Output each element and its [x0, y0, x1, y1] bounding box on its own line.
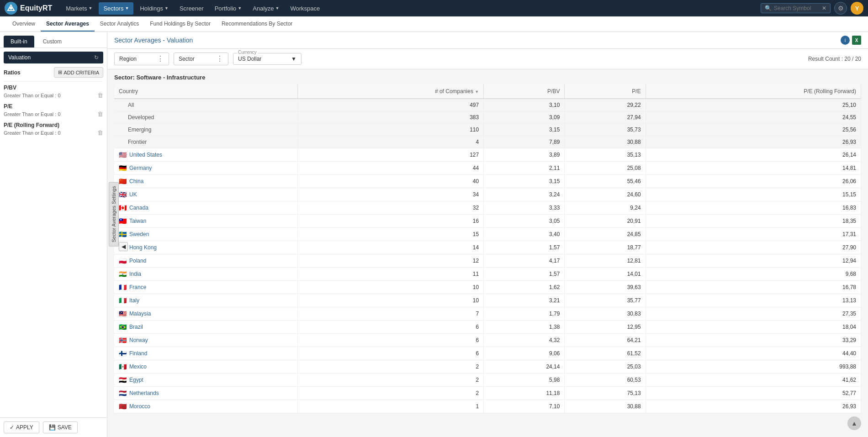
tab-builtin[interactable]: Built-in: [4, 36, 34, 47]
cell-country[interactable]: 🇳🇱 Netherlands: [114, 387, 297, 400]
sector-averages-settings-tab[interactable]: Sector Averages Settings: [109, 182, 119, 246]
nav-analyze[interactable]: Analyze ▼: [248, 2, 284, 15]
cell-pbv: 1,79: [484, 307, 565, 321]
country-link[interactable]: Norway: [129, 337, 148, 343]
col-pe[interactable]: P/E: [565, 84, 646, 99]
country-link[interactable]: United States: [129, 152, 162, 158]
country-link[interactable]: UK: [129, 191, 137, 198]
ratios-header: Ratios ⊞ ADD CRITERIA: [4, 67, 103, 78]
valuation-filter[interactable]: Valuation ↻: [4, 52, 103, 63]
apply-button[interactable]: ✓ APPLY: [4, 421, 39, 433]
col-pe-rolling[interactable]: P/E (Rolling Forward): [646, 84, 861, 99]
info-icon[interactable]: i: [841, 36, 850, 45]
search-input[interactable]: [774, 5, 820, 11]
cell-country[interactable]: 🇭🇰 Hong Kong: [114, 241, 297, 254]
nav-screener[interactable]: Screener: [175, 2, 208, 15]
country-link[interactable]: Morocco: [129, 403, 150, 410]
country-link[interactable]: Finland: [129, 350, 147, 357]
flag-icon: 🇬🇧: [119, 191, 127, 198]
country-link[interactable]: Canada: [129, 205, 148, 211]
cell-country[interactable]: 🇫🇷 France: [114, 281, 297, 294]
logo[interactable]: EquityRT: [5, 2, 52, 15]
tab-overview[interactable]: Overview: [7, 17, 41, 32]
tab-fund-holdings[interactable]: Fund Holdings By Sector: [144, 17, 216, 32]
cell-pe-rf: 26,06: [646, 175, 861, 188]
tab-sector-analytics[interactable]: Sector Analytics: [95, 17, 144, 32]
cell-country[interactable]: 🇮🇳 India: [114, 268, 297, 281]
cell-country[interactable]: 🇪🇬 Egypt: [114, 374, 297, 387]
country-link[interactable]: Germany: [129, 165, 152, 171]
cell-pe-rf: 13,13: [646, 294, 861, 307]
cell-country[interactable]: 🇨🇳 China: [114, 175, 297, 188]
country-link[interactable]: France: [129, 284, 146, 290]
nav-workspace[interactable]: Workspace: [286, 2, 324, 15]
user-avatar[interactable]: Y: [851, 2, 863, 15]
search-box[interactable]: 🔍 ✕: [761, 3, 831, 13]
sector-filter[interactable]: Sector ⋮: [174, 53, 228, 65]
delete-pe-rolling-icon[interactable]: 🗑: [97, 129, 103, 136]
country-link[interactable]: Brazil: [129, 324, 143, 330]
settings-button[interactable]: ⚙: [834, 2, 847, 15]
col-country[interactable]: Country: [114, 84, 297, 99]
country-link[interactable]: Taiwan: [129, 218, 146, 224]
flag-icon: 🇳🇴: [119, 337, 127, 344]
cell-country: Developed: [114, 111, 297, 124]
delete-pbv-icon[interactable]: 🗑: [97, 92, 103, 99]
country-link[interactable]: India: [129, 271, 141, 277]
nav-holdings[interactable]: Holdings ▼: [135, 2, 173, 15]
country-link[interactable]: Mexico: [129, 363, 147, 370]
nav-portfolio[interactable]: Portfolio ▼: [210, 2, 247, 15]
delete-pe-icon[interactable]: 🗑: [97, 111, 103, 117]
cell-country[interactable]: 🇲🇾 Malaysia: [114, 307, 297, 321]
cell-pbv: 2,11: [484, 162, 565, 175]
tab-recommendations[interactable]: Recommendations By Sector: [216, 17, 298, 32]
cell-country[interactable]: 🇵🇱 Poland: [114, 254, 297, 268]
currency-filter[interactable]: Currency US Dollar ▼: [233, 53, 302, 65]
cell-country[interactable]: 🇹🇼 Taiwan: [114, 215, 297, 228]
country-link[interactable]: Sweden: [129, 231, 149, 237]
ratio-pbv-name: P/BV: [4, 84, 103, 91]
cell-country[interactable]: 🇩🇪 Germany: [114, 162, 297, 175]
scroll-to-top-button[interactable]: ▲: [847, 416, 861, 430]
tab-custom[interactable]: Custom: [36, 36, 69, 47]
search-icon: 🔍: [765, 5, 772, 11]
country-link[interactable]: Netherlands: [129, 390, 159, 396]
country-link[interactable]: Malaysia: [129, 311, 151, 317]
cell-pe: 12,95: [565, 321, 646, 334]
sidebar-collapse-button[interactable]: ◀: [119, 242, 128, 251]
save-button[interactable]: 💾 SAVE: [43, 421, 78, 433]
cell-country[interactable]: 🇲🇽 Mexico: [114, 360, 297, 374]
cell-country[interactable]: 🇫🇮 Finland: [114, 347, 297, 360]
nav-markets[interactable]: Markets ▼: [61, 2, 97, 15]
country-link[interactable]: Italy: [129, 297, 139, 304]
add-criteria-button[interactable]: ⊞ ADD CRITERIA: [54, 67, 103, 78]
cell-country[interactable]: 🇸🇪 Sweden: [114, 228, 297, 241]
col-pbv[interactable]: P/BV: [484, 84, 565, 99]
cell-country[interactable]: 🇲🇦 Morocco: [114, 400, 297, 413]
tab-sector-averages[interactable]: Sector Averages: [41, 17, 95, 32]
cell-pe-rf: 26,14: [646, 148, 861, 162]
cell-country[interactable]: 🇧🇷 Brazil: [114, 321, 297, 334]
content-area: Sector Averages - Valuation i X Region ⋮…: [107, 32, 868, 437]
table-row: 🇨🇳 China 40 3,15 55,46 26,06: [114, 175, 861, 188]
search-close-icon[interactable]: ✕: [822, 5, 826, 11]
flag-icon: 🇲🇾: [119, 310, 127, 317]
country-link[interactable]: Egypt: [129, 377, 143, 383]
portfolio-arrow-icon: ▼: [238, 6, 242, 11]
excel-export-button[interactable]: X: [852, 36, 861, 45]
cell-country[interactable]: 🇳🇴 Norway: [114, 334, 297, 347]
cell-country: Frontier: [114, 136, 297, 148]
cell-country[interactable]: 🇺🇸 United States: [114, 148, 297, 162]
country-link[interactable]: Poland: [129, 258, 146, 264]
cell-country[interactable]: 🇨🇦 Canada: [114, 201, 297, 215]
country-link[interactable]: China: [129, 178, 143, 184]
refresh-icon[interactable]: ↻: [94, 54, 99, 61]
country-link[interactable]: Hong Kong: [129, 244, 157, 251]
region-filter[interactable]: Region ⋮: [114, 53, 169, 65]
cell-country[interactable]: 🇬🇧 UK: [114, 188, 297, 201]
nav-sectors[interactable]: Sectors ▼: [99, 2, 133, 15]
cell-country[interactable]: 🇮🇹 Italy: [114, 294, 297, 307]
sectors-arrow-icon: ▼: [125, 6, 129, 11]
table-row: 🇪🇬 Egypt 2 5,98 60,53 41,62: [114, 374, 861, 387]
col-companies[interactable]: # of Companies ▼: [297, 84, 483, 99]
